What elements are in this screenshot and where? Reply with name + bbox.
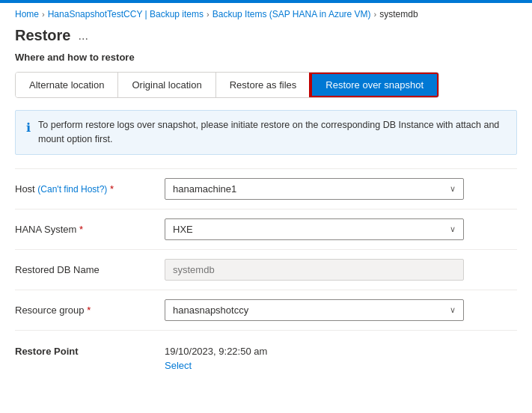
restore-option-files[interactable]: Restore as files xyxy=(216,73,311,97)
breadcrumb-backup-items[interactable]: HanaSnapshotTestCCY | Backup items xyxy=(48,9,204,19)
cant-find-host-link[interactable]: (Can't find Host?) xyxy=(37,184,107,195)
host-required-marker: * xyxy=(110,183,114,195)
page-title: Restore xyxy=(15,27,70,44)
resource-group-label: Resource group * xyxy=(15,305,165,316)
resource-group-dropdown-container: hanasnapshotccy ∨ xyxy=(165,299,464,321)
hana-system-dropdown-value: HXE xyxy=(173,224,193,235)
restore-options-group: Alternate location Original location Res… xyxy=(15,72,439,98)
restore-option-original[interactable]: Original location xyxy=(118,73,215,97)
restore-option-alternate[interactable]: Alternate location xyxy=(16,73,118,97)
breadcrumb-sep-2: › xyxy=(207,10,210,19)
host-row: Host (Can't find Host?) * hanamachine1 ∨ xyxy=(15,169,517,209)
restored-db-input-container xyxy=(165,259,464,281)
info-text: To perform restore logs over snapshot, p… xyxy=(38,118,506,147)
host-label: Host (Can't find Host?) * xyxy=(15,183,165,195)
hana-system-chevron-icon: ∨ xyxy=(450,224,456,234)
restore-option-snapshot[interactable]: Restore over snapshot xyxy=(311,73,438,97)
restore-point-row: Restore Point 19/10/2023, 9:22:50 am Sel… xyxy=(15,343,517,374)
main-content: Where and how to restore Alternate locat… xyxy=(0,52,532,380)
breadcrumb: Home › HanaSnapshotTestCCY | Backup item… xyxy=(0,3,532,24)
hana-system-required-marker: * xyxy=(79,224,83,235)
breadcrumb-sep-3: › xyxy=(374,10,377,19)
resource-group-required-marker: * xyxy=(87,305,91,316)
page-header: Restore ... xyxy=(0,24,532,52)
restore-point-info: 19/10/2023, 9:22:50 am Select xyxy=(165,346,267,371)
restore-point-select-link[interactable]: Select xyxy=(165,360,267,371)
info-icon: ℹ xyxy=(26,119,31,147)
hana-system-row: HANA System * HXE ∨ xyxy=(15,209,517,249)
breadcrumb-home[interactable]: Home xyxy=(15,9,39,19)
breadcrumb-backup-items-sap[interactable]: Backup Items (SAP HANA in Azure VM) xyxy=(213,9,371,19)
breadcrumb-sep-1: › xyxy=(42,10,45,19)
restore-point-section: Restore Point 19/10/2023, 9:22:50 am Sel… xyxy=(15,331,517,380)
resource-group-dropdown[interactable]: hanasnapshotccy ∨ xyxy=(165,299,464,321)
restored-db-label: Restored DB Name xyxy=(15,264,165,275)
restored-db-input[interactable] xyxy=(165,259,464,281)
resource-group-chevron-icon: ∨ xyxy=(450,305,456,315)
restore-point-value: 19/10/2023, 9:22:50 am xyxy=(165,346,267,357)
hana-system-dropdown-container: HXE ∨ xyxy=(165,218,464,240)
host-chevron-icon: ∨ xyxy=(450,184,456,194)
info-box: ℹ To perform restore logs over snapshot,… xyxy=(15,110,517,155)
form-section: Host (Can't find Host?) * hanamachine1 ∨… xyxy=(15,169,517,331)
restore-point-label: Restore Point xyxy=(15,346,165,357)
breadcrumb-systemdb: systemdb xyxy=(379,9,418,19)
hana-system-label: HANA System * xyxy=(15,224,165,235)
where-how-label: Where and how to restore xyxy=(15,52,517,63)
restored-db-row: Restored DB Name xyxy=(15,250,517,290)
host-dropdown[interactable]: hanamachine1 ∨ xyxy=(165,178,464,200)
host-dropdown-value: hanamachine1 xyxy=(173,183,236,195)
hana-system-dropdown[interactable]: HXE ∨ xyxy=(165,218,464,240)
resource-group-dropdown-value: hanasnapshotccy xyxy=(173,305,248,316)
resource-group-row: Resource group * hanasnapshotccy ∨ xyxy=(15,290,517,330)
host-dropdown-container: hanamachine1 ∨ xyxy=(165,178,464,200)
divider-resource xyxy=(15,330,517,331)
more-options-icon[interactable]: ... xyxy=(78,29,88,43)
